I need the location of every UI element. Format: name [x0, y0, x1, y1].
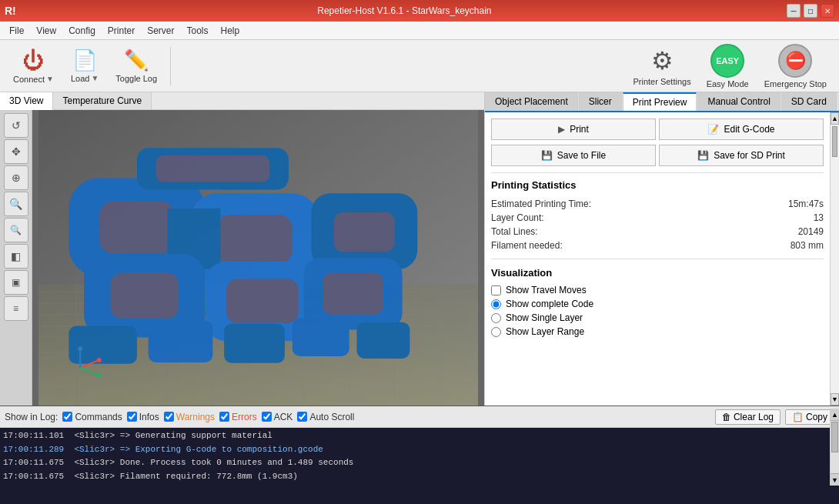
stats-divider: [491, 172, 824, 173]
menu-config[interactable]: Config: [62, 24, 102, 38]
svg-rect-35: [357, 322, 410, 359]
stat-value-lines: 20149: [798, 226, 824, 237]
print-button[interactable]: ▶ Print: [491, 118, 656, 140]
menu-printer[interactable]: Printer: [102, 24, 141, 38]
save-icon: 💾: [541, 150, 553, 161]
tab-object-placement[interactable]: Object Placement: [485, 92, 578, 111]
print-label: Print: [570, 124, 589, 135]
canvas-area[interactable]: [32, 110, 484, 406]
stat-label-layers: Layer Count:: [491, 212, 544, 223]
autoscroll-checkbox[interactable]: [297, 412, 307, 422]
svg-rect-19: [99, 201, 175, 254]
emergency-stop-button[interactable]: ⛔ Emergency Stop: [758, 41, 833, 92]
move-tool[interactable]: ✥: [4, 139, 28, 164]
commands-checkbox[interactable]: [62, 412, 72, 422]
menu-view[interactable]: View: [30, 24, 62, 38]
tab-print-preview[interactable]: Print Preview: [623, 92, 697, 111]
log-scroll-arrow-down[interactable]: ▼: [831, 473, 839, 486]
viz-option-range[interactable]: Show Layer Range: [491, 325, 824, 339]
save-to-file-button[interactable]: 💾 Save to File: [491, 145, 656, 166]
svg-rect-28: [334, 212, 395, 252]
view-flat-tool[interactable]: ▣: [4, 270, 28, 295]
close-button[interactable]: ✕: [821, 4, 834, 18]
view-cube-tool[interactable]: ◧: [4, 244, 28, 269]
scrollbar[interactable]: ▲ ▼: [830, 112, 839, 406]
minimize-button[interactable]: ─: [787, 4, 801, 18]
log-option-infos[interactable]: Infos: [127, 412, 159, 422]
tab-slicer[interactable]: Slicer: [579, 92, 622, 111]
tab-sd-card[interactable]: SD Card: [781, 92, 837, 111]
viz-radio-range[interactable]: [491, 327, 501, 337]
ack-checkbox[interactable]: [262, 412, 272, 422]
save-for-sd-button[interactable]: 💾 Save for SD Print: [659, 145, 824, 166]
right-panel: Object Placement Slicer Print Preview Ma…: [485, 92, 839, 406]
toggle-log-icon: ✏️: [124, 48, 149, 72]
menu-server[interactable]: Server: [141, 24, 180, 38]
viz-option-complete[interactable]: Show complete Code: [491, 297, 824, 311]
scroll-thumb[interactable]: [832, 126, 837, 157]
connect-button[interactable]: ⏻ Connect ▼: [6, 44, 61, 88]
tab-bar: Object Placement Slicer Print Preview Ma…: [485, 92, 839, 112]
errors-label: Errors: [232, 412, 257, 422]
toggle-log-button[interactable]: ✏️ Toggle Log: [109, 45, 164, 87]
errors-checkbox[interactable]: [219, 412, 229, 422]
commands-label: Commands: [75, 412, 122, 422]
side-tools: ↺ ✥ ⊕ 🔍 🔍 ◧ ▣ ≡: [0, 110, 32, 406]
stats-title: Printing Statistics: [491, 179, 824, 191]
zoom-in-tool[interactable]: 🔍: [4, 192, 28, 216]
view-list-tool[interactable]: ≡: [4, 296, 28, 321]
warnings-label: Warnings: [176, 412, 215, 422]
viz-option-single[interactable]: Show Single Layer: [491, 311, 824, 325]
pan-tool[interactable]: ⊕: [4, 165, 28, 190]
zoom-out-tool[interactable]: 🔍: [4, 218, 28, 242]
easy-mode-button[interactable]: EASY Easy Mode: [700, 41, 755, 92]
edit-gcode-label: Edit G-Code: [724, 124, 774, 135]
log-scrollbar[interactable]: ▲ ▼: [830, 409, 839, 486]
tab-manual-control[interactable]: Manual Control: [697, 92, 780, 111]
menu-help[interactable]: Help: [215, 24, 246, 38]
svg-point-42: [97, 373, 102, 378]
log-scroll-thumb[interactable]: [831, 422, 838, 452]
scroll-track: [831, 125, 839, 393]
log-option-autoscroll[interactable]: Auto Scroll: [297, 412, 354, 422]
menu-tools[interactable]: Tools: [181, 24, 215, 38]
log-option-errors[interactable]: Errors: [219, 412, 257, 422]
load-dropdown-arrow: ▼: [91, 74, 99, 82]
view-tabs: 3D View Temperature Curve: [0, 92, 484, 110]
easy-mode-circle: EASY: [710, 44, 744, 78]
log-option-ack[interactable]: ACK: [262, 412, 293, 422]
viz-checkbox-travel[interactable]: [491, 285, 501, 295]
edit-gcode-button[interactable]: 📝 Edit G-Code: [659, 118, 824, 140]
main-area: 3D View Temperature Curve ↺ ✥ ⊕ 🔍 🔍 ◧ ▣ …: [0, 92, 839, 406]
connect-icon: ⏻: [22, 48, 44, 73]
stat-value-layers: 13: [814, 212, 824, 223]
infos-checkbox[interactable]: [127, 412, 137, 422]
log-option-warnings[interactable]: Warnings: [164, 412, 215, 422]
viz-option-travel[interactable]: Show Travel Moves: [491, 283, 824, 297]
log-scroll-arrow-up[interactable]: ▲: [831, 409, 839, 421]
printer-settings-button[interactable]: ⚙ Printer Settings: [627, 43, 697, 89]
trash-icon: 🗑: [722, 412, 731, 422]
clear-log-button[interactable]: 🗑 Clear Log: [715, 409, 781, 425]
save-for-sd-label: Save for SD Print: [714, 150, 785, 161]
tab-3d-view[interactable]: 3D View: [0, 92, 53, 110]
svg-rect-21: [216, 215, 292, 264]
copy-button[interactable]: 📋 Copy: [785, 409, 834, 425]
maximize-button[interactable]: □: [804, 4, 817, 18]
connect-dropdown-arrow: ▼: [46, 75, 54, 83]
emergency-stop-label: Emergency Stop: [764, 79, 827, 88]
viz-radio-single[interactable]: [491, 313, 501, 323]
menu-file[interactable]: File: [3, 24, 30, 38]
log-option-commands[interactable]: Commands: [62, 412, 122, 422]
log-line-1: 17:00:11.101 <Slic3r> => Generating supp…: [3, 429, 836, 443]
warnings-checkbox[interactable]: [164, 412, 174, 422]
scroll-up-arrow[interactable]: ▲: [831, 112, 839, 125]
svg-point-43: [78, 346, 82, 351]
load-button[interactable]: 📄 Load ▼: [64, 45, 105, 87]
viz-label-complete: Show complete Code: [506, 299, 593, 309]
rotate-tool[interactable]: ↺: [4, 113, 28, 138]
stat-row-filament: Filament needed: 803 mm: [491, 239, 824, 252]
scroll-down-arrow[interactable]: ▼: [831, 393, 839, 406]
viz-radio-complete[interactable]: [491, 299, 501, 309]
tab-temperature-curve[interactable]: Temperature Curve: [53, 92, 152, 109]
